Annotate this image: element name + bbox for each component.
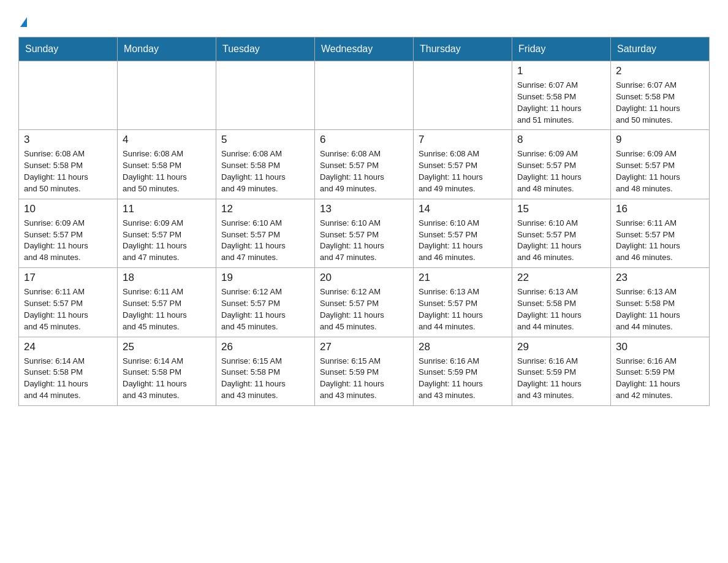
- calendar-cell: 28Sunrise: 6:16 AM Sunset: 5:59 PM Dayli…: [414, 337, 512, 405]
- day-number: 20: [320, 272, 408, 284]
- day-info: Sunrise: 6:07 AM Sunset: 5:58 PM Dayligh…: [616, 80, 704, 126]
- day-number: 25: [123, 341, 211, 353]
- day-info: Sunrise: 6:11 AM Sunset: 5:57 PM Dayligh…: [24, 286, 112, 332]
- calendar-cell: 29Sunrise: 6:16 AM Sunset: 5:59 PM Dayli…: [512, 337, 611, 405]
- day-number: 8: [517, 134, 605, 146]
- calendar-table: SundayMondayTuesdayWednesdayThursdayFrid…: [18, 37, 710, 406]
- calendar-cell: 18Sunrise: 6:11 AM Sunset: 5:57 PM Dayli…: [118, 268, 216, 337]
- day-info: Sunrise: 6:09 AM Sunset: 5:57 PM Dayligh…: [24, 218, 112, 264]
- calendar-cell: 17Sunrise: 6:11 AM Sunset: 5:57 PM Dayli…: [19, 268, 118, 337]
- day-number: 28: [419, 341, 507, 353]
- logo-triangle-icon: [20, 17, 27, 27]
- calendar-cell: 20Sunrise: 6:12 AM Sunset: 5:57 PM Dayli…: [315, 268, 414, 337]
- calendar-cell: [118, 61, 216, 130]
- day-info: Sunrise: 6:13 AM Sunset: 5:58 PM Dayligh…: [517, 286, 605, 332]
- calendar-cell: 13Sunrise: 6:10 AM Sunset: 5:57 PM Dayli…: [315, 199, 414, 267]
- day-info: Sunrise: 6:15 AM Sunset: 5:58 PM Dayligh…: [221, 356, 309, 402]
- day-number: 26: [221, 341, 309, 353]
- day-info: Sunrise: 6:11 AM Sunset: 5:57 PM Dayligh…: [123, 286, 211, 332]
- calendar-cell: 3Sunrise: 6:08 AM Sunset: 5:58 PM Daylig…: [19, 130, 118, 199]
- week-row-3: 10Sunrise: 6:09 AM Sunset: 5:57 PM Dayli…: [19, 199, 710, 267]
- calendar-cell: 4Sunrise: 6:08 AM Sunset: 5:58 PM Daylig…: [118, 130, 216, 199]
- calendar-cell: 30Sunrise: 6:16 AM Sunset: 5:59 PM Dayli…: [611, 337, 710, 405]
- calendar-cell: [216, 61, 315, 130]
- day-number: 1: [517, 65, 605, 77]
- day-number: 24: [24, 341, 112, 353]
- calendar-cell: [19, 61, 118, 130]
- day-info: Sunrise: 6:14 AM Sunset: 5:58 PM Dayligh…: [24, 356, 112, 402]
- day-number: 30: [616, 341, 704, 353]
- calendar-cell: 24Sunrise: 6:14 AM Sunset: 5:58 PM Dayli…: [19, 337, 118, 405]
- day-number: 23: [616, 272, 704, 284]
- day-number: 13: [320, 203, 408, 215]
- calendar-cell: 23Sunrise: 6:13 AM Sunset: 5:58 PM Dayli…: [611, 268, 710, 337]
- day-number: 9: [616, 134, 704, 146]
- calendar-cell: 26Sunrise: 6:15 AM Sunset: 5:58 PM Dayli…: [216, 337, 315, 405]
- calendar-cell: 5Sunrise: 6:08 AM Sunset: 5:58 PM Daylig…: [216, 130, 315, 199]
- day-info: Sunrise: 6:13 AM Sunset: 5:57 PM Dayligh…: [419, 286, 507, 332]
- day-info: Sunrise: 6:16 AM Sunset: 5:59 PM Dayligh…: [517, 356, 605, 402]
- day-number: 5: [221, 134, 309, 146]
- week-row-5: 24Sunrise: 6:14 AM Sunset: 5:58 PM Dayli…: [19, 337, 710, 405]
- day-info: Sunrise: 6:12 AM Sunset: 5:57 PM Dayligh…: [320, 286, 408, 332]
- day-number: 18: [123, 272, 211, 284]
- day-number: 12: [221, 203, 309, 215]
- day-number: 14: [419, 203, 507, 215]
- calendar-cell: 6Sunrise: 6:08 AM Sunset: 5:57 PM Daylig…: [315, 130, 414, 199]
- day-number: 6: [320, 134, 408, 146]
- day-number: 2: [616, 65, 704, 77]
- day-number: 29: [517, 341, 605, 353]
- day-info: Sunrise: 6:16 AM Sunset: 5:59 PM Dayligh…: [419, 356, 507, 402]
- day-info: Sunrise: 6:14 AM Sunset: 5:58 PM Dayligh…: [123, 356, 211, 402]
- calendar-cell: 9Sunrise: 6:09 AM Sunset: 5:57 PM Daylig…: [611, 130, 710, 199]
- day-info: Sunrise: 6:11 AM Sunset: 5:57 PM Dayligh…: [616, 218, 704, 264]
- week-row-1: 1Sunrise: 6:07 AM Sunset: 5:58 PM Daylig…: [19, 61, 710, 130]
- weekday-header-tuesday: Tuesday: [216, 37, 315, 61]
- day-number: 15: [517, 203, 605, 215]
- day-info: Sunrise: 6:08 AM Sunset: 5:58 PM Dayligh…: [221, 148, 309, 194]
- day-info: Sunrise: 6:16 AM Sunset: 5:59 PM Dayligh…: [616, 356, 704, 402]
- day-info: Sunrise: 6:08 AM Sunset: 5:57 PM Dayligh…: [320, 148, 408, 194]
- day-info: Sunrise: 6:08 AM Sunset: 5:58 PM Dayligh…: [24, 148, 112, 194]
- weekday-header-thursday: Thursday: [414, 37, 512, 61]
- day-info: Sunrise: 6:13 AM Sunset: 5:58 PM Dayligh…: [616, 286, 704, 332]
- logo: [18, 12, 27, 27]
- day-number: 21: [419, 272, 507, 284]
- calendar-cell: [414, 61, 512, 130]
- day-number: 10: [24, 203, 112, 215]
- day-number: 16: [616, 203, 704, 215]
- calendar-cell: 8Sunrise: 6:09 AM Sunset: 5:57 PM Daylig…: [512, 130, 611, 199]
- calendar-cell: 1Sunrise: 6:07 AM Sunset: 5:58 PM Daylig…: [512, 61, 611, 130]
- day-number: 19: [221, 272, 309, 284]
- day-number: 7: [419, 134, 507, 146]
- calendar-cell: 27Sunrise: 6:15 AM Sunset: 5:59 PM Dayli…: [315, 337, 414, 405]
- day-info: Sunrise: 6:09 AM Sunset: 5:57 PM Dayligh…: [123, 218, 211, 264]
- day-info: Sunrise: 6:10 AM Sunset: 5:57 PM Dayligh…: [419, 218, 507, 264]
- calendar-cell: 11Sunrise: 6:09 AM Sunset: 5:57 PM Dayli…: [118, 199, 216, 267]
- day-info: Sunrise: 6:09 AM Sunset: 5:57 PM Dayligh…: [517, 148, 605, 194]
- calendar-cell: 12Sunrise: 6:10 AM Sunset: 5:57 PM Dayli…: [216, 199, 315, 267]
- day-number: 11: [123, 203, 211, 215]
- page-header: [18, 12, 710, 27]
- day-info: Sunrise: 6:09 AM Sunset: 5:57 PM Dayligh…: [616, 148, 704, 194]
- day-info: Sunrise: 6:08 AM Sunset: 5:57 PM Dayligh…: [419, 148, 507, 194]
- day-info: Sunrise: 6:12 AM Sunset: 5:57 PM Dayligh…: [221, 286, 309, 332]
- weekday-header-sunday: Sunday: [19, 37, 118, 61]
- calendar-cell: 19Sunrise: 6:12 AM Sunset: 5:57 PM Dayli…: [216, 268, 315, 337]
- calendar-cell: 10Sunrise: 6:09 AM Sunset: 5:57 PM Dayli…: [19, 199, 118, 267]
- calendar-cell: [315, 61, 414, 130]
- calendar-cell: 21Sunrise: 6:13 AM Sunset: 5:57 PM Dayli…: [414, 268, 512, 337]
- weekday-header-friday: Friday: [512, 37, 611, 61]
- weekday-header-monday: Monday: [118, 37, 216, 61]
- day-number: 3: [24, 134, 112, 146]
- day-number: 17: [24, 272, 112, 284]
- day-info: Sunrise: 6:10 AM Sunset: 5:57 PM Dayligh…: [320, 218, 408, 264]
- week-row-2: 3Sunrise: 6:08 AM Sunset: 5:58 PM Daylig…: [19, 130, 710, 199]
- calendar-cell: 22Sunrise: 6:13 AM Sunset: 5:58 PM Dayli…: [512, 268, 611, 337]
- day-number: 22: [517, 272, 605, 284]
- day-number: 27: [320, 341, 408, 353]
- day-info: Sunrise: 6:10 AM Sunset: 5:57 PM Dayligh…: [517, 218, 605, 264]
- day-info: Sunrise: 6:08 AM Sunset: 5:58 PM Dayligh…: [123, 148, 211, 194]
- calendar-cell: 25Sunrise: 6:14 AM Sunset: 5:58 PM Dayli…: [118, 337, 216, 405]
- weekday-header-saturday: Saturday: [611, 37, 710, 61]
